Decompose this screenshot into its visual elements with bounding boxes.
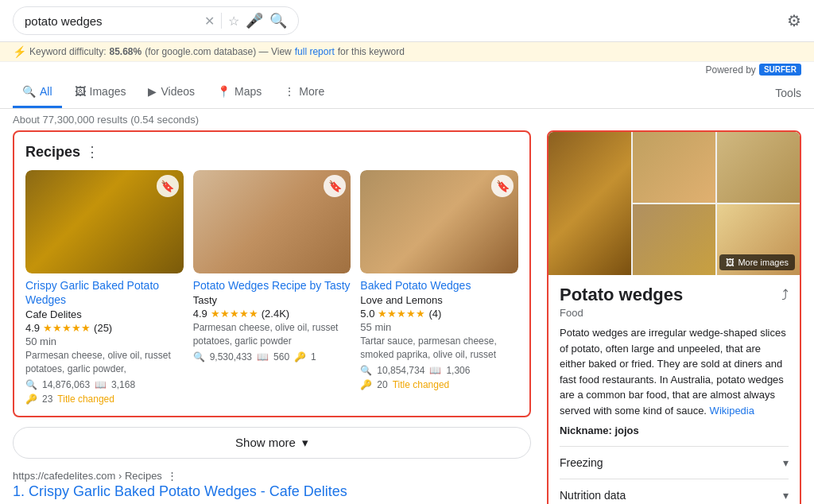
recipe-image-1: 🔖	[25, 170, 184, 273]
key-count-2: 1	[311, 351, 316, 362]
kg-image-large	[548, 132, 631, 275]
recipes-menu-icon[interactable]: ⋮	[85, 143, 99, 161]
bookmark-button-3[interactable]: 🔖	[491, 175, 514, 197]
more-images-button[interactable]: 🖼 More images	[719, 254, 795, 270]
wikipedia-link[interactable]: Wikipedia	[710, 405, 754, 417]
keyword-difficulty-value: 85.68%	[110, 46, 142, 57]
search-count-1: 14,876,063	[42, 379, 90, 390]
keyword-difficulty-label: Keyword difficulty:	[29, 46, 107, 57]
review-count-1: (25)	[94, 322, 112, 334]
chevron-down-icon: ▾	[302, 436, 308, 450]
surfer-badge: SURFER	[759, 64, 801, 76]
recipe-time-1: 50 min	[25, 335, 184, 347]
main-layout: Recipes ⋮ 🔖 Crispy Garlic Baked Potato W…	[0, 130, 814, 504]
search-count-icon-1: 🔍	[25, 379, 37, 390]
images-icon: 🖼	[75, 85, 86, 98]
recipe-image-3: 🔖	[360, 170, 518, 273]
rating-value-1: 4.9	[25, 322, 40, 334]
recipe-meta-2: 🔍 9,530,433 📖 560 🔑 1	[193, 351, 351, 362]
share-icon[interactable]: ⤴	[781, 287, 789, 304]
tab-videos-label: Videos	[161, 85, 195, 98]
nickname-value: jojos	[614, 425, 638, 436]
key-icon-3: 🔑	[360, 379, 372, 390]
kg-accordion: Freezing ▾ Nutrition data ▾	[560, 446, 789, 504]
page-count-icon-1: 📖	[95, 379, 107, 390]
key-count-1: 23	[42, 394, 52, 405]
clear-icon[interactable]: ✕	[204, 14, 215, 29]
recipe-name-2[interactable]: Potato Wedges Recipe by Tasty	[193, 278, 351, 293]
nickname-label: Nickname:	[560, 425, 612, 436]
powered-bar: Powered by SURFER	[0, 62, 814, 77]
chevron-down-icon: ▾	[783, 456, 789, 469]
knowledge-images: 🖼 More images	[548, 132, 800, 275]
page-count-1: 3,168	[111, 379, 135, 390]
tab-images-label: Images	[90, 85, 126, 98]
search-count-icon-3: 🔍	[360, 365, 372, 376]
organic-menu-icon[interactable]: ⋮	[167, 470, 177, 482]
recipe-image-2: 🔖	[193, 170, 351, 273]
page-count-2: 560	[273, 351, 289, 362]
accordion-item-nutrition[interactable]: Nutrition data ▾	[560, 479, 789, 504]
tab-more[interactable]: ⋮ More	[274, 77, 334, 108]
recipes-header: Recipes ⋮	[25, 143, 518, 161]
more-images-label: More images	[738, 258, 789, 267]
recipe-card: 🔖 Crispy Garlic Baked Potato Wedges Cafe…	[25, 170, 184, 405]
maps-icon: 📍	[217, 85, 231, 98]
tab-all-label: All	[40, 85, 52, 98]
header: ✕ ☆ 🎤 🔍 ⚙	[0, 0, 814, 42]
recipes-grid: 🔖 Crispy Garlic Baked Potato Wedges Cafe…	[25, 170, 518, 405]
star-icon: ☆	[228, 14, 239, 29]
kg-nickname: Nickname: jojos	[560, 425, 789, 436]
recipes-title: Recipes	[25, 144, 80, 161]
organic-title[interactable]: 1. Crispy Garlic Baked Potato Wedges - C…	[13, 483, 531, 500]
tab-videos[interactable]: ▶ Videos	[138, 77, 204, 108]
recipe-meta-3: 🔍 10,854,734 📖 1,306	[360, 365, 518, 376]
tab-all[interactable]: 🔍 All	[13, 77, 62, 108]
title-changed-1: Title changed	[57, 394, 114, 405]
results-count: About 77,300,000 results (0.54 seconds)	[0, 109, 814, 130]
knowledge-body: Potato wedges ⤴ Food Potato wedges are i…	[548, 275, 800, 504]
search-button[interactable]: 🔍	[269, 12, 287, 29]
show-more-button[interactable]: Show more ▾	[13, 427, 531, 459]
recipe-name-3[interactable]: Baked Potato Wedges	[360, 278, 518, 293]
tab-maps-label: Maps	[235, 85, 262, 98]
recipe-name-1[interactable]: Crispy Garlic Baked Potato Wedges	[25, 278, 184, 307]
settings-icon[interactable]: ⚙	[787, 11, 801, 30]
stars-2: ★★★★★	[211, 308, 258, 320]
page-count-3: 1,306	[446, 365, 470, 376]
review-count-2: (2.4K)	[262, 308, 289, 320]
recipe-ingredients-3: Tartar sauce, parmesan cheese, smoked pa…	[360, 335, 518, 362]
recipe-ingredients-2: Parmesan cheese, olive oil, russet potat…	[193, 321, 351, 348]
title-changed-3: Title changed	[393, 379, 450, 390]
page-count-icon-3: 📖	[429, 365, 441, 376]
tab-maps[interactable]: 📍 Maps	[207, 77, 271, 108]
search-input[interactable]	[25, 14, 198, 28]
recipe-card: 🔖 Potato Wedges Recipe by Tasty Tasty 4.…	[193, 170, 351, 405]
full-report-link[interactable]: full report	[295, 46, 335, 57]
keyword-bar-link-suffix: for this keyword	[338, 46, 405, 57]
tab-images[interactable]: 🖼 Images	[65, 77, 136, 108]
recipe-source-3: Love and Lemons	[360, 294, 518, 306]
recipe-rating-1: 4.9 ★★★★★ (25)	[25, 322, 184, 334]
keyword-bar-suffix: (for google.com database) — View	[145, 46, 292, 57]
rating-value-3: 5.0	[360, 308, 374, 320]
kg-image-3	[633, 204, 715, 275]
stars-1: ★★★★★	[43, 322, 91, 334]
key-count-3: 20	[377, 379, 387, 390]
tab-more-label: More	[299, 85, 324, 98]
search-count-icon-2: 🔍	[193, 351, 205, 362]
recipe-ingredients-1: Parmesan cheese, olive oil, russet potat…	[25, 349, 184, 376]
accordion-item-freezing[interactable]: Freezing ▾	[560, 447, 789, 479]
kg-description: Potato wedges are irregular wedge-shaped…	[560, 325, 789, 418]
accordion-label-nutrition: Nutrition data	[560, 489, 626, 502]
search-bar: ✕ ☆ 🎤 🔍	[13, 6, 299, 35]
search-count-3: 10,854,734	[377, 365, 424, 376]
key-icon-2: 🔑	[294, 351, 306, 362]
tools-button[interactable]: Tools	[775, 79, 801, 107]
search-count-2: 9,530,433	[210, 351, 252, 362]
key-icon-1: 🔑	[25, 394, 37, 405]
mic-icon[interactable]: 🎤	[246, 12, 263, 29]
bookmark-button-1[interactable]: 🔖	[157, 175, 179, 197]
more-images-icon: 🖼	[726, 258, 735, 267]
kg-image-1	[633, 132, 715, 203]
